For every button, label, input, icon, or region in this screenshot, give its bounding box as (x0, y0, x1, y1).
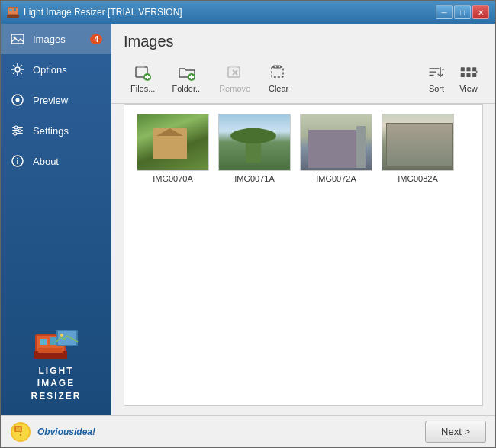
options-icon (10, 62, 25, 77)
svg-rect-47 (466, 67, 470, 71)
sort-button[interactable]: Sort (422, 60, 451, 97)
sidebar-nav: Images 4 Options (1, 24, 111, 314)
sidebar-item-about[interactable]: i About (1, 146, 111, 176)
clear-label: Clear (269, 84, 288, 93)
svg-point-26 (60, 334, 63, 337)
remove-icon (226, 63, 244, 82)
sidebar-item-options[interactable]: Options (1, 54, 111, 85)
svg-rect-2 (7, 15, 19, 18)
about-icon: i (10, 153, 25, 169)
image-thumb-3 (300, 114, 372, 171)
image-thumb-4 (382, 114, 454, 171)
list-item[interactable]: IMG0082A (382, 114, 454, 183)
sidebar-images-label: Images (33, 34, 66, 45)
content-header: Images (111, 24, 495, 56)
view-button[interactable]: View (454, 60, 483, 97)
sidebar-logo: LIGHT IMAGE RESIZER (1, 314, 111, 415)
sidebar-preview-label: Preview (33, 95, 68, 106)
image-thumb-1 (137, 114, 209, 171)
svg-text:i: i (17, 157, 19, 166)
folder-button[interactable]: Folder... (165, 60, 209, 97)
sidebar-options-label: Options (33, 64, 67, 76)
window-title: Light Image Resizer [TRIAL VERSION] (24, 7, 182, 18)
titlebar-left: Light Image Resizer [TRIAL VERSION] (7, 6, 182, 18)
sidebar: Images 4 Options (1, 24, 111, 415)
brand-area: ! Obviousidea! (10, 421, 95, 443)
list-item[interactable]: IMG0072A (300, 114, 372, 183)
app-window: Light Image Resizer [TRIAL VERSION] ─ □ … (0, 0, 496, 448)
svg-rect-46 (461, 67, 465, 71)
svg-point-7 (15, 67, 20, 72)
folder-icon (178, 63, 196, 82)
image-label-4: IMG0082A (398, 174, 438, 183)
brand-icon: ! (10, 421, 31, 443)
svg-rect-36 (230, 66, 237, 68)
svg-rect-49 (461, 73, 465, 77)
sidebar-about-label: About (33, 156, 59, 167)
svg-marker-52 (475, 71, 478, 73)
files-icon (134, 63, 152, 82)
svg-point-13 (14, 126, 18, 129)
svg-point-9 (16, 98, 20, 102)
minimize-button[interactable]: ─ (436, 5, 453, 19)
svg-rect-3 (9, 9, 12, 11)
sidebar-item-settings[interactable]: Settings (1, 115, 111, 146)
list-item[interactable]: IMG0070A (137, 114, 209, 183)
svg-rect-23 (38, 348, 63, 353)
titlebar: Light Image Resizer [TRIAL VERSION] ─ □ … (1, 1, 495, 24)
toolbar: Files... Folder... (111, 56, 495, 104)
sidebar-settings-label: Settings (33, 125, 69, 137)
svg-rect-4 (14, 8, 16, 11)
titlebar-controls: ─ □ ✕ (436, 5, 489, 19)
svg-point-15 (14, 132, 17, 135)
next-button[interactable]: Next > (425, 421, 486, 443)
logo-text: LIGHT IMAGE RESIZER (31, 365, 81, 403)
sidebar-item-preview[interactable]: Preview (1, 85, 111, 115)
svg-rect-5 (11, 34, 24, 44)
images-badge: 4 (90, 34, 102, 44)
clear-icon (269, 63, 288, 82)
content-panel: Images Files... (111, 24, 495, 415)
preview-icon (10, 92, 25, 108)
close-button[interactable]: ✕ (472, 5, 489, 19)
files-label: Files... (130, 84, 155, 93)
image-label-1: IMG0070A (153, 174, 193, 183)
logo-graphic (34, 327, 79, 360)
svg-point-14 (18, 129, 21, 132)
remove-label: Remove (219, 84, 250, 93)
svg-rect-51 (472, 73, 476, 77)
svg-rect-28 (137, 66, 145, 68)
images-area: IMG0070A IMG0071A IMG0072A (124, 104, 483, 406)
remove-button[interactable]: Remove (212, 60, 257, 97)
view-label: View (459, 84, 478, 93)
view-icon (459, 63, 478, 82)
brand-name: Obviousidea! (37, 427, 95, 437)
bottom-bar: ! Obviousidea! Next > (1, 415, 495, 447)
clear-button[interactable]: Clear (260, 60, 297, 97)
files-button[interactable]: Files... (124, 60, 162, 97)
sort-label: Sort (429, 84, 444, 93)
app-icon (7, 6, 19, 18)
maximize-button[interactable]: □ (454, 5, 471, 19)
svg-rect-21 (40, 339, 47, 345)
sidebar-item-images[interactable]: Images 4 (1, 24, 111, 54)
svg-rect-39 (272, 67, 283, 77)
image-label-3: IMG0072A (316, 174, 356, 183)
folder-label: Folder... (172, 84, 202, 93)
svg-marker-45 (442, 68, 444, 70)
sort-icon (427, 63, 446, 82)
image-thumb-2 (218, 114, 291, 171)
images-icon (10, 31, 25, 47)
svg-rect-48 (472, 67, 476, 71)
list-item[interactable]: IMG0071A (218, 114, 291, 183)
page-title: Images (124, 33, 483, 50)
svg-rect-57 (16, 427, 21, 431)
image-label-2: IMG0071A (234, 174, 275, 183)
settings-icon (10, 123, 25, 138)
images-grid: IMG0070A IMG0071A IMG0072A (137, 114, 470, 183)
main-area: Images 4 Options (1, 24, 495, 415)
svg-rect-50 (466, 73, 470, 77)
